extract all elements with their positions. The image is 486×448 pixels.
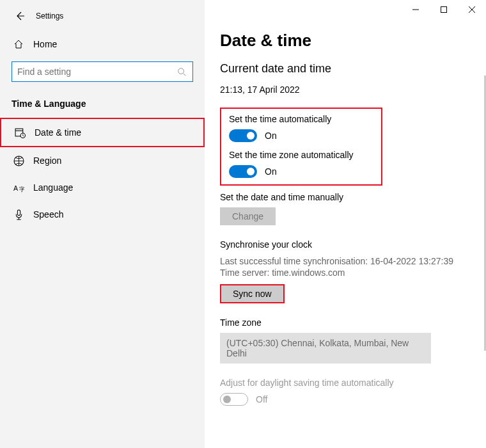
nav-item-label: Date & time bbox=[35, 127, 81, 138]
auto-time-state: On bbox=[265, 131, 277, 141]
current-datetime: 21:13, 17 April 2022 bbox=[220, 84, 471, 95]
sync-last: Last successful time synchronisation: 16… bbox=[220, 256, 471, 266]
content-area: Date & time Current date and time 21:13,… bbox=[205, 0, 486, 448]
auto-tz-toggle-row: On bbox=[229, 165, 373, 178]
back-button[interactable] bbox=[14, 10, 26, 22]
search-input[interactable] bbox=[17, 67, 176, 77]
svg-rect-7 bbox=[441, 7, 447, 13]
tz-dropdown: (UTC+05:30) Chennai, Kolkata, Mumbai, Ne… bbox=[220, 333, 431, 364]
nav-item-language[interactable]: A字 Language bbox=[0, 174, 205, 201]
language-icon: A字 bbox=[13, 182, 24, 193]
category-header: Time & Language bbox=[0, 92, 205, 118]
sync-heading: Synchronise your clock bbox=[220, 239, 471, 250]
window-title: Settings bbox=[36, 12, 63, 20]
auto-time-toggle-row: On bbox=[229, 129, 373, 142]
home-icon bbox=[13, 38, 24, 50]
maximize-button[interactable] bbox=[430, 0, 458, 19]
svg-text:A: A bbox=[13, 184, 19, 191]
svg-text:字: 字 bbox=[19, 186, 24, 192]
daylight-label: Adjust for daylight saving time automati… bbox=[220, 378, 471, 388]
auto-tz-label: Set the time zone automatically bbox=[229, 150, 373, 160]
microphone-icon bbox=[13, 209, 24, 220]
sidebar: Settings Home Time & Language Date & tim… bbox=[0, 0, 205, 448]
nav-home-label: Home bbox=[33, 39, 57, 49]
calendar-clock-icon bbox=[14, 127, 26, 138]
daylight-toggle-row: Off bbox=[220, 393, 471, 406]
page-title: Date & time bbox=[220, 31, 471, 51]
change-button: Change bbox=[220, 207, 276, 225]
timezone-section: Time zone (UTC+05:30) Chennai, Kolkata, … bbox=[220, 317, 471, 364]
sync-server: Time server: time.windows.com bbox=[220, 268, 471, 278]
manual-label: Set the date and time manually bbox=[220, 192, 471, 202]
auto-time-label: Set the time automatically bbox=[229, 114, 373, 124]
tz-heading: Time zone bbox=[220, 317, 471, 328]
section-heading-current: Current date and time bbox=[220, 62, 471, 76]
nav-home[interactable]: Home bbox=[0, 32, 205, 56]
search-icon bbox=[176, 66, 187, 77]
daylight-toggle bbox=[220, 393, 248, 406]
nav-item-region[interactable]: Region bbox=[0, 147, 205, 174]
auto-time-toggle[interactable] bbox=[229, 129, 257, 142]
titlebar: Settings bbox=[0, 8, 205, 32]
nav-item-label: Speech bbox=[33, 209, 63, 220]
nav-item-speech[interactable]: Speech bbox=[0, 201, 205, 228]
nav-item-date-time[interactable]: Date & time bbox=[0, 118, 205, 147]
daylight-section: Adjust for daylight saving time automati… bbox=[220, 378, 471, 406]
manual-section: Set the date and time manually Change bbox=[220, 192, 471, 225]
nav-item-label: Region bbox=[33, 156, 61, 166]
svg-point-0 bbox=[178, 68, 184, 74]
minimize-button[interactable] bbox=[402, 0, 430, 19]
nav-item-label: Language bbox=[33, 182, 73, 193]
window-controls bbox=[402, 0, 486, 19]
search-box[interactable] bbox=[12, 61, 193, 82]
auto-tz-state: On bbox=[265, 166, 277, 177]
close-button[interactable] bbox=[458, 0, 486, 19]
auto-tz-toggle[interactable] bbox=[229, 165, 257, 178]
sync-now-button[interactable]: Sync now bbox=[220, 284, 285, 303]
globe-icon bbox=[13, 155, 24, 166]
daylight-state: Off bbox=[256, 394, 267, 404]
sync-section: Synchronise your clock Last successful t… bbox=[220, 239, 471, 303]
svg-rect-6 bbox=[17, 210, 20, 216]
auto-settings-highlight: Set the time automatically On Set the ti… bbox=[220, 108, 382, 186]
